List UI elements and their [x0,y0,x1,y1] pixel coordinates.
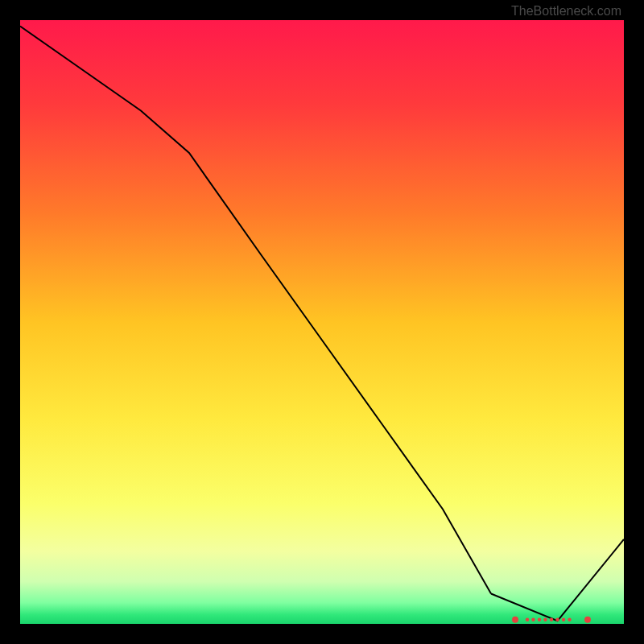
valley-dot [526,618,529,621]
valley-dot [538,618,541,621]
gradient-background [20,20,624,624]
source-caption: TheBottleneck.com [511,3,621,19]
valley-dot [512,617,518,623]
valley-dot [543,618,547,621]
valley-dot [550,618,553,621]
chart-svg [20,20,624,624]
valley-dot [568,618,571,621]
valley-dot [562,618,565,621]
valley-dot [531,618,535,621]
chart-canvas: TheBottleneck.com [0,0,644,644]
valley-dot [555,618,559,621]
plot-area [20,20,624,624]
valley-dot [584,617,591,623]
